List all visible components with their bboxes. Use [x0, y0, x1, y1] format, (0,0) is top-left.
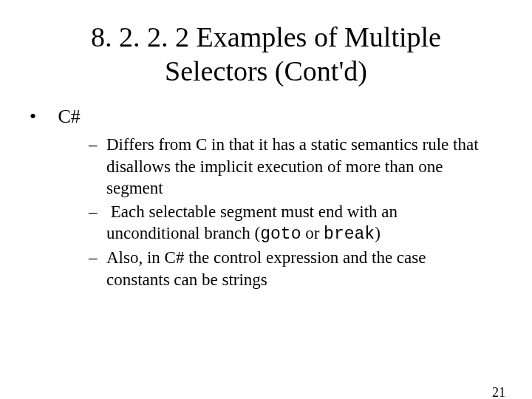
bullet-csharp-label: C#	[58, 106, 81, 127]
title-line-1: 8. 2. 2. 2 Examples of Multiple	[91, 21, 441, 52]
sub-bullet-list: Differs from C in that it has a static s…	[53, 134, 502, 290]
sub2-text-mid: or	[301, 224, 324, 242]
sub-bullet-1: Differs from C in that it has a static s…	[89, 134, 488, 199]
title-line-2: Selectors (Cont'd)	[165, 55, 367, 86]
slide-title: 8. 2. 2. 2 Examples of Multiple Selector…	[44, 21, 488, 88]
code-goto: goto	[260, 225, 301, 244]
sub-bullet-3: Also, in C# the control expression and t…	[89, 247, 488, 290]
sub-bullet-2: Each selectable segment must end with an…	[89, 201, 488, 246]
page-number: 21	[492, 385, 505, 399]
code-break: break	[324, 225, 375, 244]
sub2-text-b: )	[375, 224, 381, 242]
bullet-csharp: C# Differs from C in that it has a stati…	[30, 106, 502, 290]
bullet-list: C# Differs from C in that it has a stati…	[30, 106, 502, 290]
slide: 8. 2. 2. 2 Examples of Multiple Selector…	[0, 21, 532, 399]
